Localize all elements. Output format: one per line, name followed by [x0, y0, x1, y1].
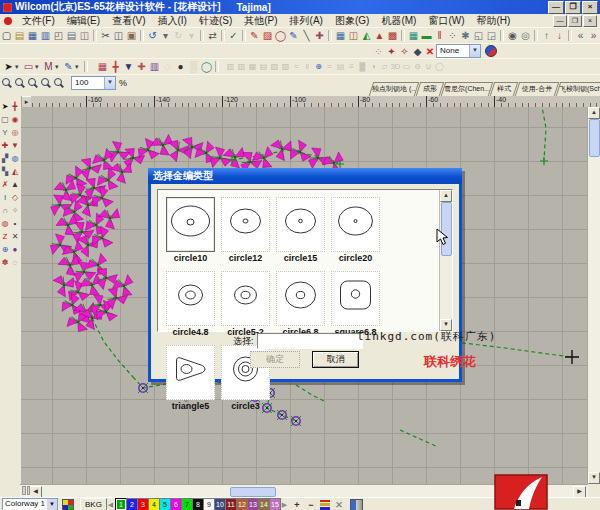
pattern-dots-icon[interactable]: ⁘: [372, 45, 385, 58]
columns-color-icon[interactable]: ▥: [148, 60, 161, 73]
window-icon[interactable]: ◫: [347, 29, 360, 42]
mdi-restore-button[interactable]: ❐: [568, 15, 582, 27]
pin-red-icon[interactable]: ╋: [109, 60, 122, 73]
import-icon[interactable]: ◰: [52, 29, 65, 42]
chevron-down-icon[interactable]: ▾: [35, 60, 42, 73]
zoom-box-icon[interactable]: [26, 77, 39, 90]
chevron-down-icon[interactable]: ▼: [47, 499, 57, 510]
shape-thumbnail[interactable]: [221, 271, 270, 326]
grid-icon[interactable]: ▦: [334, 29, 347, 42]
image-icon[interactable]: ▦: [407, 29, 420, 42]
stitch-pattern-6-icon[interactable]: ▧: [280, 60, 291, 73]
shape-thumbnail[interactable]: [331, 197, 380, 252]
mesh-icon[interactable]: ▦: [96, 60, 109, 73]
ring-red-icon[interactable]: ◎: [10, 126, 20, 139]
shape-item-circle5-2[interactable]: circle5-2: [221, 271, 270, 338]
nodes-icon[interactable]: ⁘: [446, 29, 459, 42]
menu-item-3[interactable]: 查看(V): [106, 14, 151, 27]
shape-item-circle10[interactable]: circle10: [166, 197, 215, 264]
hammer-icon[interactable]: ✦: [385, 45, 398, 58]
thread-colors-icon[interactable]: [320, 500, 330, 510]
stitch-pattern-15-icon[interactable]: ▭: [401, 60, 412, 73]
hatch-a-icon[interactable]: ▞: [0, 152, 10, 165]
close-button[interactable]: ×: [582, 1, 598, 14]
zoom-fit-icon[interactable]: [39, 77, 52, 90]
lock-icon[interactable]: ◉: [506, 29, 519, 42]
branch-icon[interactable]: Y: [0, 126, 10, 139]
stitch-pattern-17-icon[interactable]: ∪: [423, 60, 434, 73]
cancel-button[interactable]: 取消: [312, 351, 359, 368]
shade-icon[interactable]: ▒: [187, 60, 200, 73]
check-icon[interactable]: ✓: [227, 29, 240, 42]
hide-color-icon[interactable]: ✕: [334, 500, 344, 510]
figure-icon[interactable]: ✚: [135, 60, 148, 73]
ruler-icon[interactable]: ▬: [420, 29, 433, 42]
marquee-tool-icon[interactable]: ▭: [22, 60, 35, 73]
chevron-down-icon[interactable]: ▼: [469, 45, 480, 57]
maximize-button[interactable]: ❐: [565, 1, 581, 14]
thread-color-15[interactable]: 15: [269, 498, 281, 510]
tab-3[interactable]: 雪尼尔(Chen...: [441, 82, 494, 96]
menu-item-8[interactable]: 图象(G): [329, 14, 375, 27]
menu-item-11[interactable]: 帮助(H): [471, 14, 517, 27]
stitch-pattern-9-icon[interactable]: ≈: [324, 60, 335, 73]
prev-icon[interactable]: «: [574, 29, 587, 42]
horizontal-scrollbar-thumb[interactable]: [230, 487, 276, 497]
menu-item-10[interactable]: 窗口(W): [422, 14, 470, 27]
menu-item-5[interactable]: 针迹(S): [193, 14, 238, 27]
shape-thumbnail[interactable]: [166, 197, 215, 252]
undo-arrow-icon[interactable]: ▾: [159, 29, 172, 42]
ibeam-icon[interactable]: I: [0, 191, 10, 204]
menu-item-6[interactable]: 其他(P): [238, 14, 283, 27]
shape-item-circle20[interactable]: circle20: [331, 197, 380, 264]
zigzag-tool-icon[interactable]: M: [42, 60, 55, 73]
stitch-pattern-3-icon[interactable]: ▦: [247, 60, 258, 73]
up-icon[interactable]: ↑: [540, 29, 553, 42]
stitch-pattern-12-icon[interactable]: ▓: [357, 60, 368, 73]
chevron-down-icon[interactable]: ▾: [75, 60, 82, 73]
node-dark-icon[interactable]: ◆: [411, 45, 424, 58]
chart-icon[interactable]: ◭: [360, 29, 373, 42]
x-red-icon[interactable]: ✗: [0, 178, 10, 191]
stitch-pattern-10-icon[interactable]: ▤: [335, 60, 346, 73]
hatch-red-icon[interactable]: ▨: [261, 29, 274, 42]
zoom-all-icon[interactable]: [52, 77, 65, 90]
node-edit-icon[interactable]: ✧: [398, 45, 411, 58]
stitch-pattern-5-icon[interactable]: ▨: [269, 60, 280, 73]
mdi-minimize-button[interactable]: —: [553, 15, 567, 27]
stitch-pattern-4-icon[interactable]: ▤: [258, 60, 269, 73]
diamond-icon[interactable]: ◇: [10, 191, 20, 204]
select-input[interactable]: [257, 333, 363, 349]
colorway-select[interactable]: Colorway 1 ▼: [2, 498, 58, 510]
shape-thumbnail[interactable]: [221, 197, 270, 252]
remove-color-button[interactable]: −: [306, 500, 316, 510]
stitch-pattern-13-icon[interactable]: ◑: [368, 60, 379, 73]
ring-teal-icon[interactable]: ◯: [200, 60, 213, 73]
win-tile-icon[interactable]: ◲: [485, 29, 498, 42]
menu-item-1[interactable]: 文件(F): [16, 14, 61, 27]
tab-1[interactable]: 独点制锁地 (...: [369, 82, 420, 96]
chevron-down-icon[interactable]: ▼: [104, 77, 115, 89]
mdi-close-button[interactable]: ×: [583, 15, 597, 27]
menu-item-4[interactable]: 插入(I): [151, 14, 192, 27]
zoom-level-select[interactable]: 100 ▼: [71, 76, 116, 90]
print-preview-icon[interactable]: ◫: [78, 29, 91, 42]
z-red-icon[interactable]: Z: [0, 230, 10, 243]
zoom-in-icon[interactable]: [0, 77, 13, 90]
select-tool-icon[interactable]: ➤: [2, 60, 15, 73]
shape-item-circle4.8[interactable]: circle4.8: [166, 271, 215, 338]
copy-icon[interactable]: ◫: [112, 29, 125, 42]
undo-icon[interactable]: ↺: [146, 29, 159, 42]
down-icon[interactable]: ↓: [553, 29, 566, 42]
shape-thumbnail[interactable]: [276, 271, 325, 326]
minimize-button[interactable]: —: [548, 1, 564, 14]
menu-item-2[interactable]: 编辑(E): [61, 14, 106, 27]
open-icon[interactable]: ▤: [13, 29, 26, 42]
arrow-down-icon[interactable]: ▼: [122, 60, 135, 73]
dark-tri-icon[interactable]: ▲: [10, 178, 20, 191]
tree-icon[interactable]: ▲: [373, 29, 386, 42]
ring2-icon[interactable]: ◌: [10, 256, 20, 269]
stitch-pattern-1-icon[interactable]: ▥: [225, 60, 236, 73]
tab-5[interactable]: 使用-合并: [515, 82, 560, 96]
stitch-pattern-8-icon[interactable]: ‖: [302, 60, 313, 73]
